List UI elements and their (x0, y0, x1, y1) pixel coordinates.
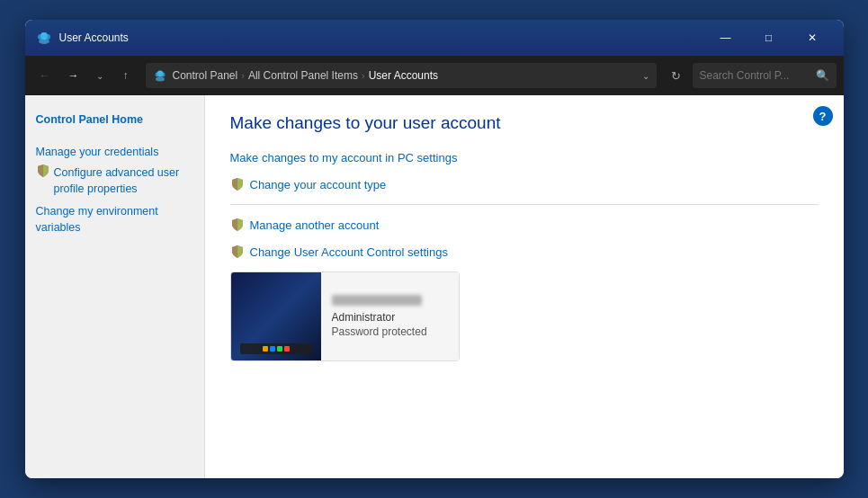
account-type-action: Change your account type (230, 177, 819, 191)
breadcrumb-part1: Control Panel (173, 69, 238, 82)
user-info: Administrator Password protected (321, 272, 459, 360)
breadcrumb: Control Panel › All Control Panel Items … (173, 69, 439, 82)
sidebar-manage-credentials-link[interactable]: Manage your credentials (36, 142, 193, 164)
svg-point-1 (38, 34, 43, 40)
svg-point-2 (45, 34, 50, 40)
navbar: ← → ⌄ ↑ Control Panel › All Control Pane… (25, 56, 844, 95)
main-panel: ? Make changes to your user account Make… (205, 95, 844, 478)
up-button[interactable]: ↑ (113, 63, 139, 88)
manage-another-action: Manage another account (230, 218, 819, 232)
desktop-preview (231, 271, 321, 361)
address-bar[interactable]: Control Panel › All Control Panel Items … (146, 63, 657, 88)
svg-point-5 (155, 73, 159, 77)
address-bar-icon (153, 68, 167, 83)
user-name-blurred (332, 295, 422, 306)
shield-icon-manage-another (230, 218, 245, 232)
refresh-button[interactable]: ↻ (664, 63, 689, 88)
forward-button[interactable]: → (61, 63, 86, 88)
breadcrumb-sep1: › (241, 70, 245, 81)
user-avatar (231, 271, 321, 361)
uac-settings-action: Change User Account Control settings (230, 245, 819, 259)
svg-point-7 (156, 77, 165, 82)
pc-settings-link[interactable]: Make changes to my account in PC setting… (230, 151, 458, 165)
sidebar-home-link[interactable]: Control Panel Home (36, 110, 193, 131)
sidebar: Control Panel Home Manage your credentia… (25, 95, 205, 478)
titlebar: User Accounts — □ ✕ (25, 20, 844, 56)
search-input[interactable] (700, 69, 810, 82)
back-button[interactable]: ← (32, 63, 58, 88)
breadcrumb-sep2: › (362, 70, 365, 81)
account-type-link[interactable]: Change your account type (250, 178, 387, 191)
user-role: Administrator (332, 311, 448, 324)
manage-another-link[interactable]: Manage another account (250, 218, 380, 232)
breadcrumb-part2: All Control Panel Items (248, 69, 358, 82)
taskbar-dot-1 (263, 346, 268, 351)
minimize-button[interactable]: — (705, 23, 747, 52)
taskbar-dot-2 (270, 346, 275, 351)
content-area: Control Panel Home Manage your credentia… (25, 95, 844, 478)
shield-icon-account-type (230, 177, 245, 191)
window-icon (36, 30, 52, 46)
svg-point-6 (160, 73, 165, 77)
close-button[interactable]: ✕ (792, 23, 833, 52)
user-card[interactable]: Administrator Password protected (230, 271, 460, 361)
maximize-button[interactable]: □ (748, 23, 790, 52)
window-controls: — □ ✕ (705, 23, 833, 52)
sidebar-environment-link[interactable]: Change my environment variables (36, 201, 193, 238)
taskbar-dot-3 (277, 346, 282, 351)
section-divider (230, 204, 819, 205)
search-icon: 🔍 (816, 69, 829, 82)
taskbar-preview (240, 343, 312, 354)
window-title: User Accounts (59, 31, 705, 44)
address-dropdown-icon[interactable]: ⌄ (642, 71, 649, 81)
svg-point-3 (39, 39, 49, 44)
breadcrumb-part3: User Accounts (369, 69, 438, 82)
uac-settings-link[interactable]: Change User Account Control settings (250, 245, 448, 259)
sidebar-configure-link[interactable]: Configure advanced user profile properti… (54, 163, 193, 200)
search-bar[interactable]: 🔍 (693, 63, 837, 88)
user-status: Password protected (332, 325, 448, 338)
page-heading: Make changes to your user account (230, 113, 819, 133)
recent-locations-button[interactable]: ⌄ (90, 63, 110, 88)
pc-settings-action: Make changes to my account in PC setting… (230, 151, 819, 165)
taskbar-dot-4 (284, 346, 290, 351)
main-window: User Accounts — □ ✕ ← → ⌄ ↑ Control Pane… (25, 20, 844, 478)
shield-icon-uac (230, 245, 245, 259)
shield-icon-configure (36, 164, 50, 178)
help-button[interactable]: ? (813, 106, 833, 126)
sidebar-configure-advanced-item: Configure advanced user profile properti… (36, 163, 193, 200)
